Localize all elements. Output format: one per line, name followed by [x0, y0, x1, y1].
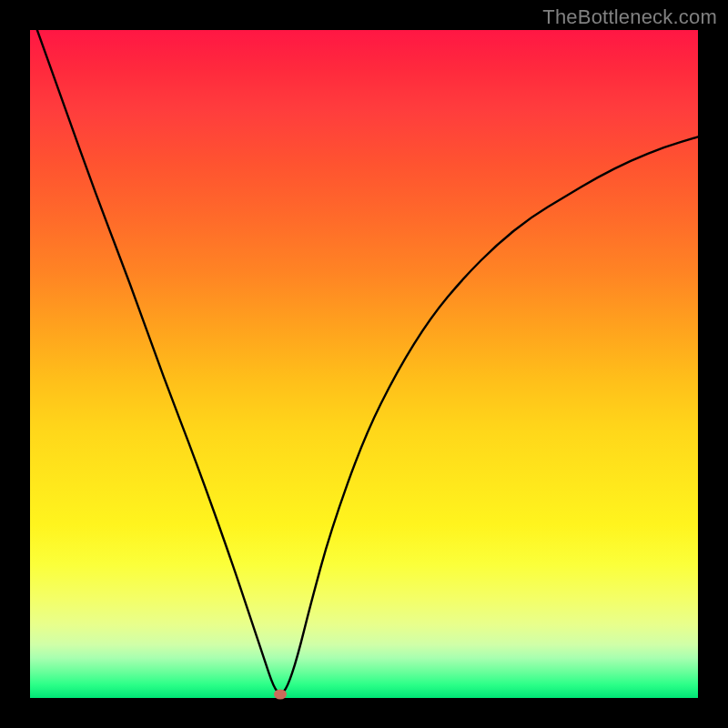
optimal-point-marker: [274, 690, 287, 700]
watermark-text: TheBottleneck.com: [542, 5, 717, 29]
bottleneck-curve: [30, 30, 698, 698]
outer-frame: TheBottleneck.com: [0, 0, 728, 728]
plot-area: [30, 30, 698, 698]
